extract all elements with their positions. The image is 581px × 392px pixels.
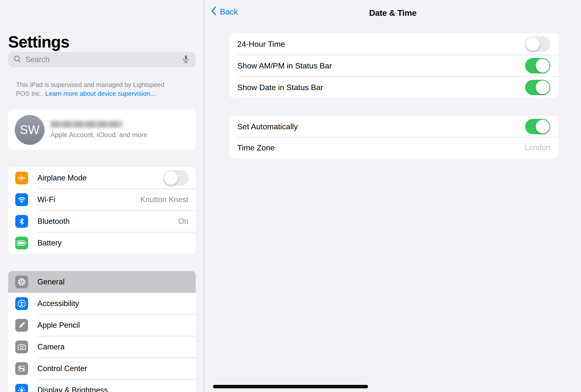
row-label: Time Zone xyxy=(237,143,275,152)
show-ampm-toggle[interactable] xyxy=(525,58,550,74)
apple-account-card[interactable]: SW Apple Account, iCloud, and more xyxy=(8,110,196,150)
control-center-icon xyxy=(15,362,28,375)
sidebar-item-bluetooth[interactable]: Bluetooth On xyxy=(8,210,196,232)
accessibility-icon xyxy=(15,297,28,310)
settings-sidebar: Settings This iPad is supervised and man… xyxy=(0,0,204,392)
search-input[interactable] xyxy=(25,55,177,64)
sidebar-item-control-center[interactable]: Control Center xyxy=(8,358,196,380)
sidebar-item-battery[interactable]: Battery xyxy=(8,232,196,254)
time-format-group: 24-Hour Time Show AM/PM in Status Bar Sh… xyxy=(229,33,559,98)
home-indicator[interactable] xyxy=(213,385,368,388)
row-label: Camera xyxy=(37,342,64,351)
sidebar-item-apple-pencil[interactable]: Apple Pencil xyxy=(8,314,196,336)
row-label: Wi-Fi xyxy=(37,195,55,204)
row-label: Bluetooth xyxy=(37,217,70,226)
24-hour-time-toggle[interactable] xyxy=(525,36,550,52)
sidebar-item-accessibility[interactable]: Accessibility xyxy=(8,293,196,314)
row-set-automatically: Set Automatically xyxy=(229,116,559,137)
set-automatically-toggle[interactable] xyxy=(525,119,550,134)
row-24-hour-time: 24-Hour Time xyxy=(229,33,559,55)
time-zone-value: London xyxy=(525,143,550,152)
search-bar[interactable] xyxy=(8,52,196,67)
row-show-ampm: Show AM/PM in Status Bar xyxy=(229,55,559,76)
airplane-mode-toggle[interactable] xyxy=(163,170,188,186)
brightness-icon xyxy=(15,384,28,392)
settings-title: Settings xyxy=(8,33,69,51)
supervision-note: This iPad is supervised and managed by L… xyxy=(16,80,175,98)
avatar[interactable]: SW xyxy=(15,115,44,145)
row-label: Battery xyxy=(37,238,61,248)
sidebar-item-display-brightness[interactable]: Display & Brightness xyxy=(8,380,196,392)
sidebar-item-general[interactable]: General xyxy=(8,271,196,293)
row-label: Show Date in Status Bar xyxy=(237,83,323,92)
supervision-link[interactable]: Learn more about device supervision... xyxy=(45,90,156,97)
connectivity-group: Airplane Mode Wi-Fi Knutton Knest xyxy=(8,167,196,254)
row-time-zone[interactable]: Time Zone London xyxy=(229,137,559,158)
row-label: Show AM/PM in Status Bar xyxy=(237,61,332,70)
date-time-pane: Back Date & Time 24-Hour Time Show AM/PM… xyxy=(205,0,581,392)
sidebar-item-airplane-mode[interactable]: Airplane Mode xyxy=(8,167,196,189)
row-show-date: Show Date in Status Bar xyxy=(229,76,559,98)
row-label: Set Automatically xyxy=(237,122,298,131)
wifi-network-value: Knutton Knest xyxy=(140,195,188,204)
sidebar-item-camera[interactable]: Camera xyxy=(8,336,196,358)
search-icon xyxy=(13,55,22,64)
pencil-icon xyxy=(15,319,28,332)
sidebar-item-wifi[interactable]: Wi-Fi Knutton Knest xyxy=(8,189,196,210)
general-group: General Accessibility Apple Pencil xyxy=(8,271,196,392)
row-label: 24-Hour Time xyxy=(237,40,285,49)
microphone-icon[interactable] xyxy=(181,54,191,65)
airplane-icon xyxy=(15,172,28,184)
row-label: General xyxy=(37,278,64,286)
page-title: Date & Time xyxy=(205,8,581,18)
profile-text: Apple Account, iCloud, and more xyxy=(50,121,147,139)
row-label: Apple Pencil xyxy=(37,321,80,330)
redacted-account-name xyxy=(50,121,122,128)
row-label: Display & Brightness xyxy=(37,386,108,392)
timezone-group: Set Automatically Time Zone London xyxy=(229,116,559,158)
show-date-toggle[interactable] xyxy=(525,80,550,95)
row-label: Airplane Mode xyxy=(37,174,87,182)
wifi-icon xyxy=(15,193,28,206)
camera-icon xyxy=(15,340,28,353)
bluetooth-status-value: On xyxy=(178,217,188,226)
row-label: Control Center xyxy=(37,364,87,373)
battery-icon xyxy=(15,237,28,250)
bluetooth-icon xyxy=(15,215,28,228)
gear-icon xyxy=(15,276,28,288)
profile-subtitle: Apple Account, iCloud, and more xyxy=(50,131,147,139)
row-label: Accessibility xyxy=(37,299,79,308)
